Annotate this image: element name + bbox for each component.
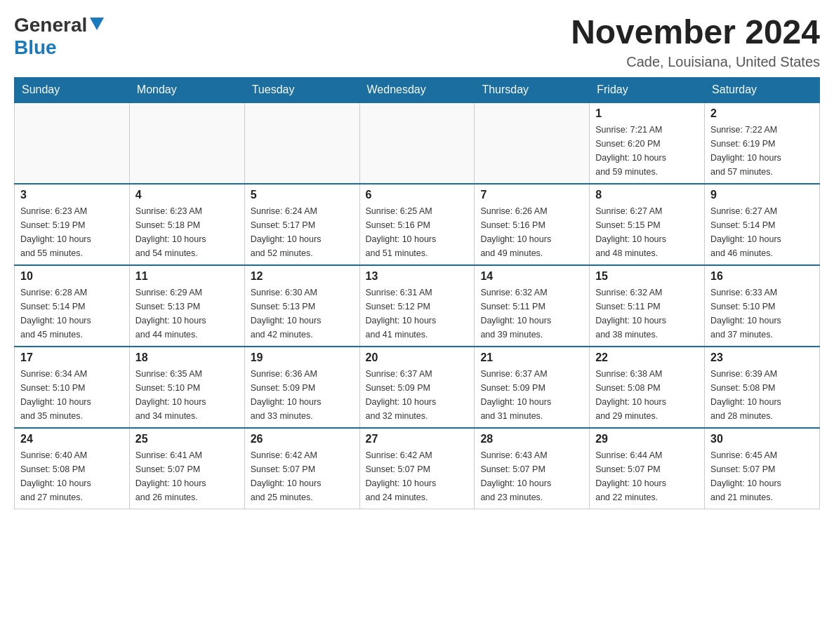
day-info: Sunrise: 6:32 AMSunset: 5:11 PMDaylight:…: [595, 286, 699, 342]
calendar-cell: 6Sunrise: 6:25 AMSunset: 5:16 PMDaylight…: [359, 184, 475, 265]
calendar-cell: 7Sunrise: 6:26 AMSunset: 5:16 PMDaylight…: [475, 184, 590, 265]
calendar-cell: 29Sunrise: 6:44 AMSunset: 5:07 PMDayligh…: [590, 428, 705, 509]
calendar-header-row: SundayMondayTuesdayWednesdayThursdayFrid…: [15, 77, 820, 102]
calendar-cell: [15, 102, 130, 184]
day-info: Sunrise: 6:28 AMSunset: 5:14 PMDaylight:…: [20, 286, 124, 342]
day-info: Sunrise: 6:42 AMSunset: 5:07 PMDaylight:…: [251, 448, 354, 504]
day-number: 22: [595, 351, 699, 364]
day-number: 19: [251, 351, 354, 364]
day-number: 16: [710, 270, 814, 283]
day-number: 28: [480, 433, 583, 445]
calendar-cell: 5Sunrise: 6:24 AMSunset: 5:17 PMDaylight…: [244, 184, 359, 265]
day-info: Sunrise: 6:43 AMSunset: 5:07 PMDaylight:…: [480, 448, 583, 504]
day-number: 1: [595, 107, 699, 120]
day-info: Sunrise: 6:30 AMSunset: 5:13 PMDaylight:…: [251, 286, 354, 342]
calendar-cell: 12Sunrise: 6:30 AMSunset: 5:13 PMDayligh…: [244, 265, 359, 347]
day-number: 10: [20, 270, 124, 283]
calendar-cell: 13Sunrise: 6:31 AMSunset: 5:12 PMDayligh…: [359, 265, 475, 347]
day-info: Sunrise: 6:33 AMSunset: 5:10 PMDaylight:…: [710, 286, 814, 342]
day-of-week-header: Saturday: [705, 77, 820, 102]
day-info: Sunrise: 6:27 AMSunset: 5:15 PMDaylight:…: [595, 204, 699, 260]
calendar-cell: 26Sunrise: 6:42 AMSunset: 5:07 PMDayligh…: [244, 428, 359, 509]
day-number: 20: [366, 351, 469, 364]
day-of-week-header: Thursday: [475, 77, 590, 102]
day-info: Sunrise: 6:41 AMSunset: 5:07 PMDaylight:…: [135, 448, 239, 504]
calendar-cell: [359, 102, 475, 184]
calendar-cell: [244, 102, 359, 184]
day-number: 4: [135, 189, 239, 201]
day-info: Sunrise: 6:26 AMSunset: 5:16 PMDaylight:…: [480, 204, 583, 260]
day-of-week-header: Tuesday: [244, 77, 359, 102]
day-info: Sunrise: 6:37 AMSunset: 5:09 PMDaylight:…: [366, 367, 469, 423]
day-number: 23: [710, 351, 814, 364]
day-info: Sunrise: 6:42 AMSunset: 5:07 PMDaylight:…: [366, 448, 469, 504]
calendar-cell: 19Sunrise: 6:36 AMSunset: 5:09 PMDayligh…: [244, 347, 359, 428]
day-number: 27: [366, 433, 469, 445]
day-of-week-header: Friday: [590, 77, 705, 102]
day-number: 7: [480, 189, 583, 201]
calendar-week-row: 3Sunrise: 6:23 AMSunset: 5:19 PMDaylight…: [15, 184, 820, 265]
day-number: 15: [595, 270, 699, 283]
day-number: 24: [20, 433, 124, 445]
calendar-cell: 28Sunrise: 6:43 AMSunset: 5:07 PMDayligh…: [475, 428, 590, 509]
calendar-cell: 27Sunrise: 6:42 AMSunset: 5:07 PMDayligh…: [359, 428, 475, 509]
calendar-cell: 23Sunrise: 6:39 AMSunset: 5:08 PMDayligh…: [705, 347, 820, 428]
location-text: Cade, Louisiana, United States: [571, 54, 820, 70]
day-info: Sunrise: 6:25 AMSunset: 5:16 PMDaylight:…: [366, 204, 469, 260]
calendar-cell: 25Sunrise: 6:41 AMSunset: 5:07 PMDayligh…: [129, 428, 244, 509]
day-info: Sunrise: 6:35 AMSunset: 5:10 PMDaylight:…: [135, 367, 239, 423]
day-info: Sunrise: 6:38 AMSunset: 5:08 PMDaylight:…: [595, 367, 699, 423]
day-info: Sunrise: 7:21 AMSunset: 6:20 PMDaylight:…: [595, 123, 699, 179]
calendar-cell: 30Sunrise: 6:45 AMSunset: 5:07 PMDayligh…: [705, 428, 820, 509]
day-number: 30: [710, 433, 814, 445]
day-info: Sunrise: 6:31 AMSunset: 5:12 PMDaylight:…: [366, 286, 469, 342]
day-info: Sunrise: 7:22 AMSunset: 6:19 PMDaylight:…: [710, 123, 814, 179]
calendar-cell: 14Sunrise: 6:32 AMSunset: 5:11 PMDayligh…: [475, 265, 590, 347]
calendar-cell: 2Sunrise: 7:22 AMSunset: 6:19 PMDaylight…: [705, 102, 820, 184]
day-number: 14: [480, 270, 583, 283]
logo-triangle-icon: [90, 18, 104, 30]
day-number: 11: [135, 270, 239, 283]
day-number: 25: [135, 433, 239, 445]
day-number: 9: [710, 189, 814, 201]
month-title: November 2024: [571, 14, 820, 51]
day-info: Sunrise: 6:45 AMSunset: 5:07 PMDaylight:…: [710, 448, 814, 504]
calendar-table: SundayMondayTuesdayWednesdayThursdayFrid…: [14, 77, 820, 509]
day-info: Sunrise: 6:34 AMSunset: 5:10 PMDaylight:…: [20, 367, 124, 423]
day-number: 2: [710, 107, 814, 120]
day-info: Sunrise: 6:27 AMSunset: 5:14 PMDaylight:…: [710, 204, 814, 260]
calendar-cell: 22Sunrise: 6:38 AMSunset: 5:08 PMDayligh…: [590, 347, 705, 428]
calendar-cell: 20Sunrise: 6:37 AMSunset: 5:09 PMDayligh…: [359, 347, 475, 428]
day-info: Sunrise: 6:23 AMSunset: 5:18 PMDaylight:…: [135, 204, 239, 260]
day-number: 6: [366, 189, 469, 201]
calendar-cell: 8Sunrise: 6:27 AMSunset: 5:15 PMDaylight…: [590, 184, 705, 265]
calendar-cell: 11Sunrise: 6:29 AMSunset: 5:13 PMDayligh…: [129, 265, 244, 347]
day-of-week-header: Sunday: [15, 77, 130, 102]
logo-general-text: General: [14, 14, 87, 36]
day-info: Sunrise: 6:23 AMSunset: 5:19 PMDaylight:…: [20, 204, 124, 260]
calendar-week-row: 24Sunrise: 6:40 AMSunset: 5:08 PMDayligh…: [15, 428, 820, 509]
logo-blue-text: Blue: [14, 36, 57, 59]
calendar-cell: [475, 102, 590, 184]
calendar-cell: 21Sunrise: 6:37 AMSunset: 5:09 PMDayligh…: [475, 347, 590, 428]
day-info: Sunrise: 6:39 AMSunset: 5:08 PMDaylight:…: [710, 367, 814, 423]
calendar-cell: 10Sunrise: 6:28 AMSunset: 5:14 PMDayligh…: [15, 265, 130, 347]
calendar-cell: 4Sunrise: 6:23 AMSunset: 5:18 PMDaylight…: [129, 184, 244, 265]
day-info: Sunrise: 6:24 AMSunset: 5:17 PMDaylight:…: [251, 204, 354, 260]
title-section: November 2024 Cade, Louisiana, United St…: [571, 14, 820, 70]
day-info: Sunrise: 6:32 AMSunset: 5:11 PMDaylight:…: [480, 286, 583, 342]
calendar-week-row: 10Sunrise: 6:28 AMSunset: 5:14 PMDayligh…: [15, 265, 820, 347]
calendar-week-row: 1Sunrise: 7:21 AMSunset: 6:20 PMDaylight…: [15, 102, 820, 184]
page-header: General Blue November 2024 Cade, Louisia…: [14, 14, 820, 70]
day-number: 12: [251, 270, 354, 283]
day-info: Sunrise: 6:44 AMSunset: 5:07 PMDaylight:…: [595, 448, 699, 504]
calendar-cell: 17Sunrise: 6:34 AMSunset: 5:10 PMDayligh…: [15, 347, 130, 428]
calendar-cell: 9Sunrise: 6:27 AMSunset: 5:14 PMDaylight…: [705, 184, 820, 265]
day-info: Sunrise: 6:29 AMSunset: 5:13 PMDaylight:…: [135, 286, 239, 342]
day-number: 8: [595, 189, 699, 201]
day-number: 3: [20, 189, 124, 201]
calendar-week-row: 17Sunrise: 6:34 AMSunset: 5:10 PMDayligh…: [15, 347, 820, 428]
day-info: Sunrise: 6:37 AMSunset: 5:09 PMDaylight:…: [480, 367, 583, 423]
calendar-cell: 16Sunrise: 6:33 AMSunset: 5:10 PMDayligh…: [705, 265, 820, 347]
day-number: 18: [135, 351, 239, 364]
